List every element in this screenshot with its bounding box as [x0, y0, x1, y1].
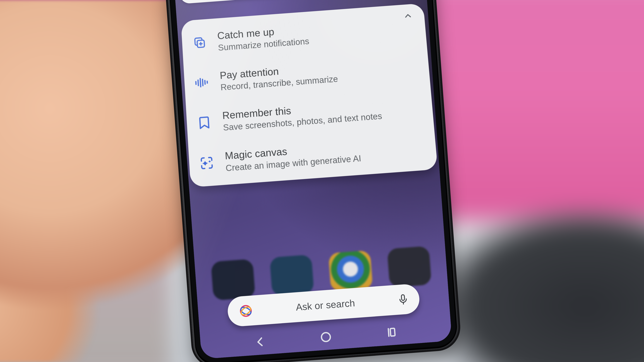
- svg-line-5: [202, 79, 203, 86]
- magic-canvas-icon: [198, 154, 216, 172]
- svg-line-14: [388, 329, 389, 336]
- catch-up-icon: [190, 34, 208, 52]
- app-messages[interactable]: [270, 254, 314, 296]
- app-chrome[interactable]: [328, 250, 373, 292]
- bookmark-icon: [195, 113, 213, 132]
- nav-home-button[interactable]: [319, 330, 333, 344]
- phone-frame: Catch me up Summarize notifications: [166, 0, 460, 362]
- nav-back-button[interactable]: [253, 335, 267, 349]
- search-placeholder: Ask or search: [261, 295, 390, 315]
- svg-rect-11: [401, 295, 404, 301]
- google-search-bar[interactable]: [179, 0, 406, 4]
- nav-recents-button[interactable]: [385, 325, 398, 339]
- svg-line-3: [198, 80, 198, 86]
- svg-point-13: [321, 332, 330, 342]
- svg-rect-15: [390, 328, 395, 336]
- chevron-up-icon: [403, 11, 413, 21]
- svg-line-4: [200, 79, 201, 87]
- waveform-icon: [193, 73, 211, 91]
- svg-line-12: [403, 302, 404, 304]
- phone-screen: Catch me up Summarize notifications: [174, 0, 452, 359]
- microphone-icon[interactable]: [397, 293, 410, 306]
- app-camera[interactable]: [387, 246, 432, 288]
- moto-ai-icon: [238, 303, 254, 319]
- app-phone[interactable]: [211, 259, 256, 301]
- collapse-button[interactable]: [403, 11, 413, 22]
- ai-suggestions-card: Catch me up Summarize notifications: [181, 3, 438, 187]
- svg-line-6: [205, 80, 205, 84]
